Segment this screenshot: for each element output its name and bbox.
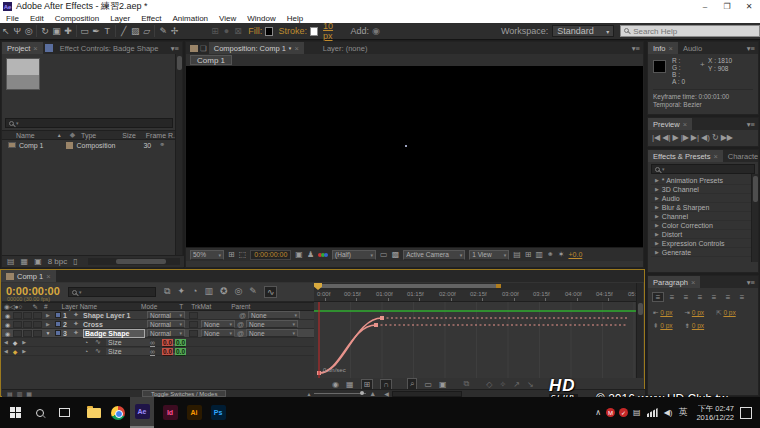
bpc-label[interactable]: 8 bpc [48, 257, 68, 266]
solo-cell[interactable] [23, 312, 32, 319]
t-cell[interactable] [189, 312, 198, 319]
tab-effects-presets[interactable]: Effects & Presets× [648, 150, 723, 162]
help-search-input[interactable] [620, 25, 760, 37]
next-frame-button[interactable]: |▶ [681, 133, 689, 142]
trkmat-dropdown[interactable]: None▾ [201, 320, 235, 328]
axis-view-icon[interactable]: ⊠ [232, 26, 243, 36]
tab-project[interactable]: Project× [2, 42, 43, 54]
audio-cell[interactable] [13, 330, 22, 337]
audio-cell[interactable] [13, 321, 22, 328]
parent-dropdown[interactable]: None▾ [248, 311, 300, 319]
shape-tool-icon[interactable]: ▭ [79, 26, 90, 36]
ease-out-icon[interactable]: ↘ [527, 380, 534, 389]
interpret-footage-icon[interactable]: ▤ [7, 257, 15, 266]
viewport[interactable] [186, 66, 643, 249]
show-snapshot-icon[interactable]: ♟ [307, 250, 314, 259]
transparency-grid-icon[interactable]: ▩ [392, 250, 400, 259]
justify-last-right-button[interactable]: ≡ [722, 292, 734, 302]
menu-animation[interactable]: Animation [172, 14, 208, 23]
layer-color-swatch[interactable] [55, 321, 61, 327]
close-icon[interactable]: × [46, 272, 50, 281]
snapshot-icon[interactable]: ▣ [295, 250, 303, 259]
parent-pickwhip-icon[interactable]: @ [239, 312, 248, 319]
panel-menu-icon[interactable]: ▾≡ [629, 42, 643, 54]
fit-selection-icon[interactable]: ▭ [424, 380, 432, 389]
panel-menu-icon[interactable]: ▾≡ [168, 42, 182, 54]
align-center-button[interactable]: ≡ [666, 292, 678, 302]
pan-behind-tool-icon[interactable]: ✚ [62, 26, 73, 36]
col-framerate[interactable]: Frame R.. [146, 132, 177, 139]
tab-layer[interactable]: Layer: (none) [318, 42, 373, 54]
tray-chevron-icon[interactable]: ∧ [595, 408, 601, 417]
last-frame-button[interactable]: ▶| [691, 133, 699, 142]
trash-icon[interactable]: ▯ [73, 257, 77, 266]
eye-icon[interactable]: ◉ [2, 330, 13, 337]
stroke-label[interactable]: Stroke: [278, 26, 307, 36]
expand-inout-icon[interactable]: ▦ [26, 390, 32, 397]
stroke-swatch[interactable] [310, 27, 318, 36]
fx-category-expression-controls[interactable]: ▶Expression Controls [651, 239, 755, 248]
project-hscrollbar[interactable] [88, 258, 180, 265]
mask-visibility-icon[interactable]: ⬚ [239, 250, 247, 259]
previous-frame-button[interactable]: ◀| [662, 133, 670, 142]
project-search[interactable]: ▾ [5, 118, 173, 128]
easy-ease-icon[interactable]: ✧ [499, 380, 506, 389]
parent-pickwhip-icon[interactable]: @ [237, 321, 246, 328]
graph-editor-icon[interactable]: ∿ [264, 286, 278, 298]
col-number[interactable]: # [44, 303, 48, 310]
new-folder-icon[interactable]: ▦ [21, 257, 29, 266]
playhead-marker[interactable] [314, 283, 322, 290]
type-tool-icon[interactable]: T [102, 26, 113, 36]
tab-preview[interactable]: Preview× [648, 118, 692, 130]
first-line-indent-value[interactable]: 0 px [723, 309, 735, 316]
justify-last-left-button[interactable]: ≡ [694, 292, 706, 302]
timeline-scrollbar[interactable] [636, 283, 643, 378]
tab-timeline-comp1[interactable]: Comp 1 × [1, 270, 56, 282]
property-name[interactable]: Size [106, 348, 150, 355]
new-composition-icon[interactable]: ▣ [34, 257, 42, 266]
solo-cell[interactable] [23, 330, 32, 337]
composition-flowchart-icon[interactable]: ⧉ [164, 286, 170, 298]
timeline-button-icon[interactable]: ▥ [535, 250, 543, 259]
dimension-link-icon[interactable]: ∞ [150, 339, 162, 346]
ram-preview-button[interactable]: ▶▶ [721, 133, 733, 142]
stopwatch-icon[interactable]: ◔ [84, 339, 95, 346]
tray-input-icon[interactable]: ▤ [633, 408, 641, 417]
lock-cell[interactable] [33, 312, 42, 319]
property-row-size-1[interactable]: ◀◆▶ ◔ ∿ Size ∞ 0.0 , 0.0 [2, 338, 314, 347]
menu-effect[interactable]: Effect [141, 14, 161, 23]
menu-composition[interactable]: Composition [55, 14, 99, 23]
trkmat-dropdown[interactable]: None▾ [201, 329, 235, 337]
timeline-search[interactable]: ▾ [68, 287, 156, 297]
layer-name[interactable]: Cross [83, 321, 147, 328]
illustrator-button[interactable]: Ai [182, 397, 206, 428]
project-row-comp1[interactable]: Comp 1 Composition 30 ⚭ [2, 140, 177, 150]
brainstorm-icon[interactable]: ◎ [234, 286, 242, 298]
parent-dropdown[interactable]: None▾ [246, 329, 298, 337]
resolution-dropdown[interactable]: (Half)▾ [332, 250, 376, 260]
close-icon[interactable]: × [294, 44, 298, 53]
ime-language-indicator[interactable]: 英 [678, 406, 687, 419]
graph-toggle-icon[interactable]: ∿ [95, 338, 106, 346]
close-icon[interactable]: × [713, 152, 717, 161]
maximize-button[interactable]: ❐ [716, 0, 738, 13]
close-icon[interactable]: × [683, 120, 687, 129]
chrome-button[interactable] [106, 397, 130, 428]
keyframe-navigator[interactable]: ◀◆▶ [2, 348, 28, 355]
justify-all-button[interactable]: ≡ [736, 292, 748, 302]
col-trkmat[interactable]: TrkMat [191, 303, 211, 310]
keyframe-navigator[interactable]: ◀◆▶ [2, 339, 28, 346]
mode-dropdown[interactable]: Normal▾ [147, 311, 185, 319]
menu-edit[interactable]: Edit [30, 14, 44, 23]
zoom-out-mountain-icon[interactable]: ▲ [306, 391, 311, 397]
close-icon[interactable]: × [691, 278, 695, 287]
frame-blending-icon[interactable]: ▥ [204, 286, 213, 298]
camera-dropdown[interactable]: Active Camera▾ [403, 250, 465, 260]
fx-category-channel[interactable]: ▶Channel [651, 212, 755, 221]
close-button[interactable]: ✕ [738, 0, 760, 13]
hand-tool-icon[interactable]: Ψ [11, 26, 22, 36]
roto-brush-tool-icon[interactable]: ✎ [157, 26, 168, 36]
fill-label[interactable]: Fill: [248, 26, 262, 36]
show-grid-icon[interactable]: ⊞ [361, 379, 374, 390]
help-search[interactable] [620, 25, 760, 37]
